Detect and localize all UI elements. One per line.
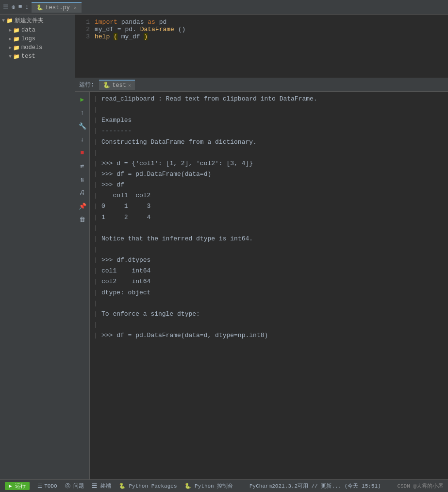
run-status-label: ▶ 运行 <box>9 482 26 490</box>
todo-item[interactable]: ☰ TODO <box>37 483 57 489</box>
todo-label: TODO <box>44 483 57 489</box>
play-button[interactable]: ▶ <box>80 95 85 104</box>
line-code-2[interactable]: my_df = pd. DataFrame () <box>95 26 448 33</box>
output-pipe-20: | <box>94 309 98 319</box>
open-paren: ( <box>114 33 117 40</box>
toolbar-icon-4[interactable]: ↕ <box>25 3 29 11</box>
run-status-button[interactable]: ▶ 运行 <box>5 482 30 490</box>
output-text-4: Constructing DataFrame from a dictionary… <box>101 137 444 147</box>
run-controls: ▶ ↑ 🔧 ↓ ■ ⇄ ⇅ 🖨 📌 🗑 <box>75 92 90 479</box>
output-text-22: >>> df = pd.DataFrame(data=d, dtype=np.i… <box>101 331 444 340</box>
arrow-right-icon-logs: ▶ <box>9 36 12 42</box>
output-pipe-1: | <box>94 105 98 115</box>
run-tab-test[interactable]: 🐍 test ✕ <box>99 80 135 90</box>
data-folder-icon: 📁 <box>13 27 20 34</box>
output-line-5: | <box>90 148 448 158</box>
line-code-1[interactable]: import pandas as pd <box>95 18 448 26</box>
top-toolbar: ☰ ⊕ ≡ ↕ 🐍 test.py ✕ <box>0 0 448 15</box>
output-line-12: | <box>90 223 448 234</box>
output-text-18: dtype: object <box>101 288 444 298</box>
toolbar-icon-1[interactable]: ☰ <box>3 3 9 11</box>
output-line-1: | <box>90 104 448 115</box>
python-packages-item[interactable]: 🐍 Python Packages <box>119 483 177 489</box>
output-text-16: col1 int64 <box>101 266 444 276</box>
output-area[interactable]: |read_clipboard : Read text from clipboa… <box>90 92 448 479</box>
output-line-0: |read_clipboard : Read text from clipboa… <box>90 94 448 104</box>
output-text-11: 1 2 4 <box>101 213 444 222</box>
pin-icon[interactable]: 📌 <box>78 202 87 211</box>
output-pipe-19: | <box>94 299 98 308</box>
models-label: models <box>21 44 42 51</box>
output-line-15: |>>> df.dtypes <box>90 255 448 266</box>
toolbar-icon-2[interactable]: ⊕ <box>12 3 16 11</box>
output-pipe-15: | <box>94 255 98 265</box>
output-line-22: |>>> df = pd.DataFrame(data=d, dtype=np.… <box>90 330 448 341</box>
output-pipe-2: | <box>94 116 98 125</box>
python-console-label: 🐍 Python 控制台 <box>184 482 233 490</box>
close-paren: ) <box>144 33 148 40</box>
output-pipe-5: | <box>94 148 98 158</box>
trash-icon[interactable]: 🗑 <box>78 215 86 224</box>
tab-test-py[interactable]: 🐍 test.py ✕ <box>32 2 81 13</box>
output-pipe-9: | <box>94 191 98 201</box>
output-line-18: |dtype: object <box>90 288 448 298</box>
tree-root[interactable]: ▼ 📁 新建文件夹 <box>0 16 75 26</box>
tree-item-logs[interactable]: ▶ 📁 logs <box>0 34 75 43</box>
output-line-10: |0 1 3 <box>90 201 448 212</box>
todo-icon: ☰ <box>37 483 42 489</box>
pycharm-version-info: PyCharm2021.3.2可用 // 更新... (今天 15:51) <box>249 482 381 490</box>
output-pipe-18: | <box>94 288 98 298</box>
python-file-icon: 🐍 <box>36 4 43 11</box>
root-label: 新建文件夹 <box>15 17 44 25</box>
output-text-15: >>> df.dtypes <box>101 255 444 265</box>
terminal-item[interactable]: ☰ 终端 <box>92 482 111 490</box>
status-right: CSDN @大雾的小屋 <box>397 482 443 490</box>
print-icon[interactable]: 🖨 <box>78 188 86 198</box>
logs-folder-icon: 📁 <box>13 36 20 42</box>
tab-label: test.py <box>45 4 69 11</box>
tree-item-models[interactable]: ▶ 📁 models <box>0 43 75 52</box>
output-pipe-21: | <box>94 320 98 330</box>
output-line-20: |To enforce a single dtype: <box>90 309 448 320</box>
toolbar-icon-3[interactable]: ≡ <box>18 3 22 11</box>
scroll-up-button[interactable]: ↑ <box>80 108 85 118</box>
problem-item[interactable]: ⓪ 问题 <box>65 482 84 490</box>
tree-item-data[interactable]: ▶ 📁 data <box>0 26 75 34</box>
output-pipe-6: | <box>94 159 98 169</box>
sort-icon[interactable]: ⇅ <box>80 175 85 185</box>
rerun-icon[interactable]: ⇄ <box>80 161 85 171</box>
python-packages-label: 🐍 Python Packages <box>119 483 177 489</box>
output-pipe-22: | <box>94 331 98 340</box>
output-line-7: |>>> df = pd.DataFrame(data=d) <box>90 169 448 180</box>
editor-area: 1 import pandas as pd 2 my_df = pd. Data… <box>75 15 448 78</box>
keyword-import: import <box>95 18 117 26</box>
output-line-8: |>>> df <box>90 180 448 190</box>
run-tab-icon: 🐍 <box>103 82 110 89</box>
tree-item-test[interactable]: ▼ 📁 test <box>0 52 75 61</box>
line-number-2: 2 <box>75 26 95 33</box>
terminal-label: ☰ 终端 <box>92 482 111 490</box>
run-content: ▶ ↑ 🔧 ↓ ■ ⇄ ⇅ 🖨 📌 🗑 |read_clipboard : Re… <box>75 92 448 479</box>
arrow-right-icon-models: ▶ <box>9 45 12 51</box>
run-tab-close-icon[interactable]: ✕ <box>128 83 131 88</box>
problem-label: ⓪ 问题 <box>65 482 84 490</box>
data-label: data <box>21 27 35 34</box>
wrench-icon[interactable]: 🔧 <box>78 121 87 131</box>
output-text-7: >>> df = pd.DataFrame(data=d) <box>101 170 444 179</box>
output-text-0: read_clipboard : Read text from clipboar… <box>101 94 444 104</box>
output-line-3: |-------- <box>90 126 448 136</box>
editor-line-1: 1 import pandas as pd <box>75 18 448 26</box>
stop-button[interactable]: ■ <box>80 148 85 157</box>
scroll-down-button[interactable]: ↓ <box>80 135 85 144</box>
output-pipe-16: | <box>94 266 98 276</box>
python-console-item[interactable]: 🐍 Python 控制台 <box>184 482 233 490</box>
output-pipe-13: | <box>94 234 98 244</box>
output-pipe-12: | <box>94 223 98 233</box>
output-pipe-3: | <box>94 126 98 136</box>
status-middle: PyCharm2021.3.2可用 // 更新... (今天 15:51) <box>249 482 381 490</box>
line-code-3[interactable]: help ( my_df ) <box>95 33 448 40</box>
tab-close-icon[interactable]: ✕ <box>74 5 77 11</box>
arrow-right-icon: ▶ <box>9 27 12 33</box>
output-line-19: | <box>90 298 448 309</box>
dataframe-call: DataFrame <box>140 26 174 33</box>
